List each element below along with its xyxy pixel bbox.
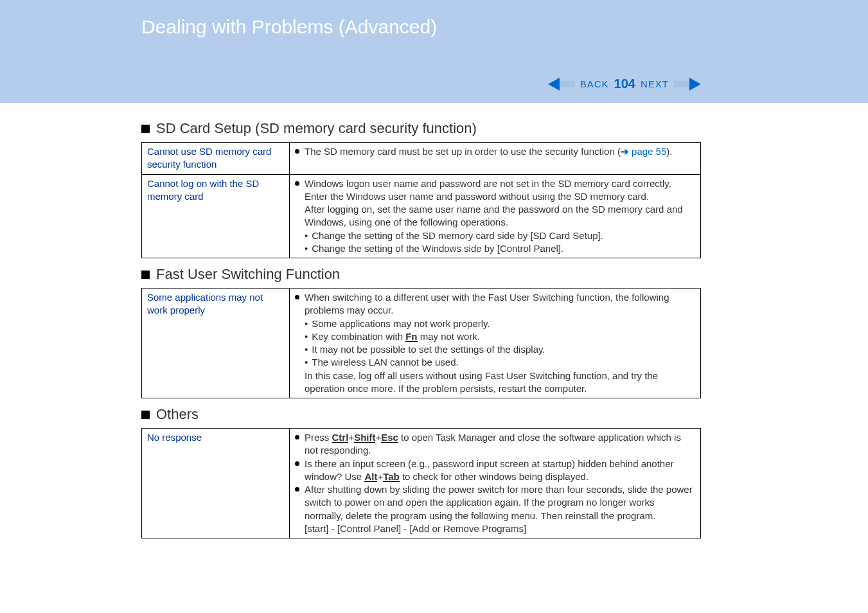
square-bullet-icon (141, 411, 150, 419)
plus-separator: + (377, 471, 383, 482)
table-others: No response Press Ctrl+Shift+Esc to open… (141, 428, 701, 538)
header-band: Dealing with Problems (Advanced) BACK 10… (0, 0, 868, 103)
solution-text-end: ). (666, 146, 672, 157)
bullet-icon (295, 487, 299, 492)
solution-text: Press (305, 432, 332, 443)
sub-bullet-icon: • (305, 330, 308, 343)
solution-text: In this case, log off all users without … (305, 369, 695, 396)
solution-cell: When switching to a different user with … (290, 289, 701, 398)
arrow-right-icon (689, 78, 701, 91)
keycap-ctrl: Ctrl (332, 432, 349, 443)
solution-subtext: Change the setting of the Windows side b… (312, 242, 563, 255)
keycap-shift: Shift (354, 432, 375, 443)
solution-cell: Windows logon user name and password are… (290, 174, 701, 258)
bullet-icon (295, 435, 299, 440)
next-label[interactable]: NEXT (641, 78, 669, 89)
arrow-left-icon (548, 78, 560, 91)
next-link[interactable] (674, 78, 701, 91)
solution-subtext: Key combination with (312, 331, 405, 342)
section-title: Others (156, 406, 199, 423)
solution-subtext: It may not be possible to set the settin… (312, 343, 545, 356)
solution-subtext: The wireless LAN cannot be used. (312, 356, 458, 369)
sub-bullet-icon: • (305, 317, 308, 330)
table-row: Some applications may not work properly … (142, 289, 701, 398)
problem-cell: Some applications may not work properly (142, 289, 290, 398)
keycap-fn: Fn (405, 332, 417, 342)
nav-bar: BACK 104 NEXT (548, 76, 701, 91)
solution-cell: Press Ctrl+Shift+Esc to open Task Manage… (290, 429, 701, 538)
problem-cell: No response (142, 429, 290, 538)
keycap-esc: Esc (381, 432, 398, 443)
solution-subtext: Some applications may not work properly. (312, 317, 490, 330)
sub-bullet-icon: • (305, 242, 308, 255)
table-row: No response Press Ctrl+Shift+Esc to open… (142, 429, 701, 538)
sub-bullet-icon: • (305, 356, 308, 369)
square-bullet-icon (141, 271, 150, 279)
bullet-icon (295, 181, 299, 186)
sub-bullet-icon: • (305, 343, 308, 356)
section-heading-others: Others (141, 406, 701, 423)
back-label[interactable]: BACK (580, 78, 609, 89)
solution-text: The SD memory card must be set up in ord… (305, 146, 621, 157)
solution-text: When switching to a different user with … (305, 291, 695, 317)
section-title: SD Card Setup (SD memory card security f… (156, 120, 477, 137)
bullet-icon (295, 149, 299, 154)
solution-text: Enter the Windows user name and password… (305, 190, 695, 203)
arrow-left-stem-icon (560, 81, 575, 87)
sub-bullet-icon: • (305, 229, 308, 242)
back-link[interactable] (548, 78, 575, 91)
table-row: Cannot log on with the SD memory card Wi… (142, 174, 701, 258)
bullet-icon (295, 461, 299, 466)
page-link[interactable]: page 55 (632, 146, 666, 157)
section-heading-sd-card: SD Card Setup (SD memory card security f… (141, 120, 701, 137)
section-heading-fast-user: Fast User Switching Function (141, 266, 701, 283)
bullet-icon (295, 295, 299, 299)
solution-subtext: Change the setting of the SD memory card… (312, 229, 603, 242)
plus-separator: + (348, 432, 354, 443)
table-row: Cannot use SD memory card security funct… (142, 143, 701, 175)
solution-text: After logging on, set the same user name… (305, 203, 695, 229)
page-title: Dealing with Problems (Advanced) (0, 0, 868, 38)
problem-cell: Cannot log on with the SD memory card (142, 174, 290, 258)
table-sd-card: Cannot use SD memory card security funct… (141, 142, 701, 258)
square-bullet-icon (141, 125, 150, 133)
solution-text: Windows logon user name and password are… (305, 177, 695, 190)
solution-text: to check for other windows being display… (400, 471, 589, 482)
solution-text: [start] - [Control Panel] - [Add or Remo… (305, 522, 695, 535)
solution-subtext: may not work. (418, 331, 481, 342)
solution-cell: The SD memory card must be set up in ord… (290, 143, 701, 175)
solution-text: After shutting down by sliding the power… (305, 483, 695, 522)
keycap-tab: Tab (383, 472, 400, 482)
page-number: 104 (614, 76, 635, 91)
arrow-icon: ➔ (621, 146, 632, 157)
keycap-alt: Alt (364, 472, 377, 482)
table-fast-user: Some applications may not work properly … (141, 288, 701, 398)
content: SD Card Setup (SD memory card security f… (0, 103, 868, 538)
plus-separator: + (375, 432, 381, 443)
problem-cell: Cannot use SD memory card security funct… (142, 143, 290, 175)
arrow-right-stem-icon (674, 81, 689, 87)
section-title: Fast User Switching Function (156, 266, 340, 283)
